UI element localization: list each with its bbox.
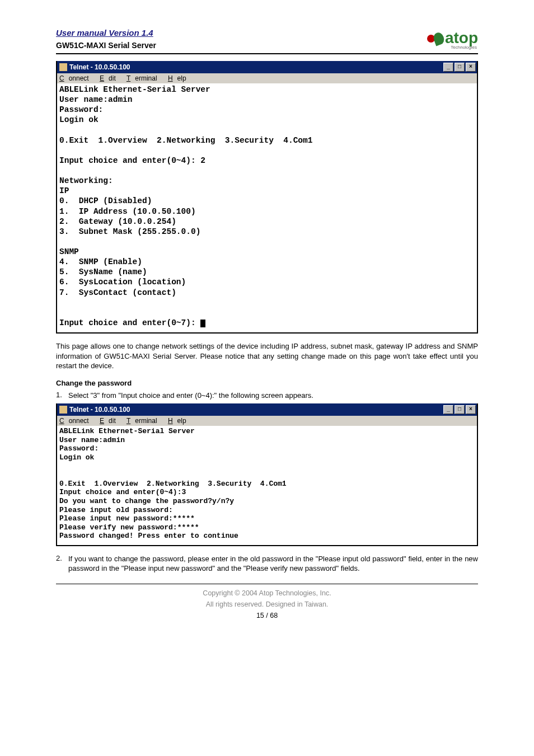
menu-terminal[interactable]: Terminal: [127, 417, 162, 425]
window-title: Telnet - 10.0.50.100: [69, 406, 130, 414]
product-name: GW51C-MAXI Serial Server: [56, 41, 426, 50]
window-icon: [59, 63, 67, 71]
step-text: Select "3" from "Input choice and enter …: [68, 391, 478, 401]
section-heading: Change the password: [56, 379, 478, 387]
page-footer: Copyright © 2004 Atop Technologies, Inc.…: [56, 588, 478, 621]
footer-rights: All rights reserved. Designed in Taiwan.: [56, 599, 478, 610]
menu-connect[interactable]: Connect: [59, 74, 93, 82]
title-bar: Telnet - 10.0.50.100 _ □ ×: [57, 61, 477, 73]
window-icon: [59, 406, 67, 414]
menu-connect[interactable]: Connect: [59, 417, 93, 425]
terminal-output: ABLELink Ethernet-Serial Server User nam…: [57, 83, 477, 332]
menu-bar: Connect Edit Terminal Help: [57, 73, 477, 83]
step-text: If you want to change the password, plea…: [68, 554, 478, 574]
telnet-window-networking: Telnet - 10.0.50.100 _ □ × Connect Edit …: [56, 61, 478, 334]
window-controls: _ □ ×: [443, 405, 476, 414]
window-title: Telnet - 10.0.50.100: [69, 63, 130, 71]
manual-link: User manual Version 1.4: [56, 28, 426, 37]
header-divider: [56, 53, 478, 54]
brand-logo: atop Technologies: [426, 30, 478, 50]
window-controls: _ □ ×: [443, 63, 476, 72]
step-2: 2. If you want to change the password, p…: [56, 554, 478, 574]
step-1: 1. Select "3" from "Input choice and ent…: [56, 391, 478, 401]
menu-help[interactable]: Help: [168, 74, 191, 82]
maximize-button[interactable]: □: [455, 405, 465, 414]
page-number: 15 / 68: [56, 610, 478, 621]
step-number: 1.: [56, 391, 68, 401]
terminal-output: ABLELink Ethernet-Serial Server User nam…: [57, 426, 477, 545]
footer-copyright: Copyright © 2004 Atop Technologies, Inc.: [56, 588, 478, 599]
menu-help[interactable]: Help: [168, 417, 191, 425]
logo-text: atop: [445, 30, 478, 46]
networking-description: This page allows one to change network s…: [56, 341, 478, 371]
step-number: 2.: [56, 554, 68, 574]
footer-divider: [56, 584, 478, 584]
telnet-window-password: Telnet - 10.0.50.100 _ □ × Connect Edit …: [56, 403, 478, 546]
menu-edit[interactable]: Edit: [100, 417, 120, 425]
maximize-button[interactable]: □: [455, 63, 465, 72]
minimize-button[interactable]: _: [443, 63, 453, 72]
close-button[interactable]: ×: [466, 63, 476, 72]
menu-terminal[interactable]: Terminal: [127, 74, 162, 82]
menu-edit[interactable]: Edit: [100, 74, 120, 82]
page-header: User manual Version 1.4 GW51C-MAXI Seria…: [56, 28, 478, 54]
close-button[interactable]: ×: [466, 405, 476, 414]
minimize-button[interactable]: _: [443, 405, 453, 414]
menu-bar: Connect Edit Terminal Help: [57, 416, 477, 426]
logo-icon: [426, 31, 444, 49]
title-bar: Telnet - 10.0.50.100 _ □ ×: [57, 403, 477, 416]
